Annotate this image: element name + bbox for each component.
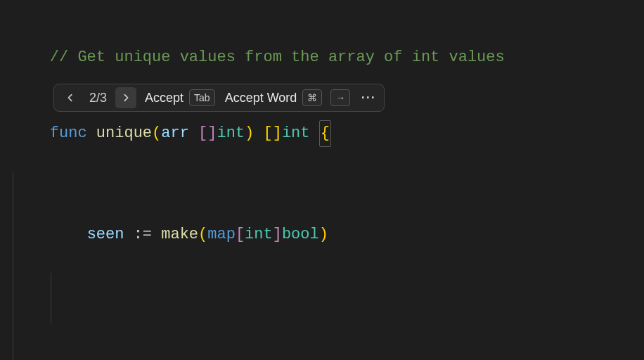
ghost-suggestion-line[interactable]: // Get unique values from the array of i… — [13, 323, 644, 360]
close-bracket: ] — [207, 124, 217, 142]
code-editor[interactable]: // Get unique values from the array of i… — [0, 0, 644, 360]
open-bracket: [ — [263, 124, 272, 142]
next-suggestion-button[interactable] — [115, 87, 136, 108]
close-paren: ) — [245, 124, 254, 142]
keycap-cmd: ⌘ — [302, 89, 322, 106]
code-line[interactable]: seen := make(map[int]bool) — [13, 172, 644, 273]
comment-text: // Get unique values from the array of i… — [50, 49, 505, 66]
open-brace: { — [319, 120, 331, 147]
more-actions-button[interactable]: ··· — [359, 85, 378, 110]
accept-button[interactable]: Accept — [145, 85, 183, 110]
func-name: unique — [96, 124, 152, 142]
keycap-tab: Tab — [189, 89, 215, 106]
accept-word-button[interactable]: Accept Word — [225, 85, 297, 110]
open-bracket: [ — [198, 124, 207, 142]
inline-suggestion-toolbar: 2/3 Accept Tab Accept Word ⌘ → ··· — [53, 84, 385, 112]
code-line[interactable] — [13, 273, 644, 298]
keyword-map: map — [207, 226, 236, 243]
var-seen: seen — [87, 226, 124, 243]
open-paren: ( — [152, 124, 161, 142]
param-name: arr — [161, 124, 189, 142]
suggestion-counter: 2/3 — [88, 85, 108, 110]
code-line[interactable] — [13, 298, 644, 323]
close-bracket: ] — [273, 124, 282, 142]
assign-op: := — [134, 226, 152, 243]
builtin-make: make — [161, 226, 198, 243]
type-int: int — [217, 124, 245, 142]
type-int: int — [282, 124, 310, 142]
keyword-func: func — [50, 124, 87, 142]
prev-suggestion-button[interactable] — [60, 87, 81, 108]
keycap-right-arrow: → — [330, 89, 350, 106]
chevron-left-icon — [65, 93, 75, 103]
chevron-right-icon — [121, 93, 131, 103]
